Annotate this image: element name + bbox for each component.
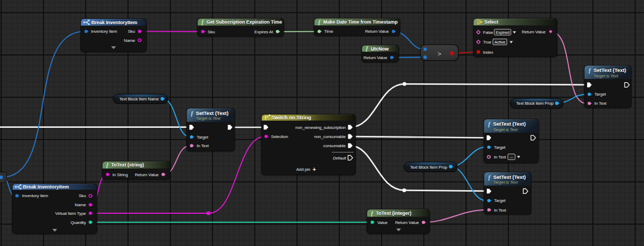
svg-text:Index: Index (483, 50, 493, 55)
svg-text:Target: Target (494, 145, 506, 150)
svg-text:Return Value: Return Value (363, 55, 387, 60)
svg-text:Quantity: Quantity (70, 220, 86, 225)
svg-text:Target: Target (595, 92, 606, 97)
svg-text:In Text: In Text (494, 155, 506, 160)
svg-text:Name: Name (124, 38, 135, 43)
svg-text:Inventory Item: Inventory Item (91, 29, 118, 34)
svg-text:Target: Target (196, 135, 208, 140)
svg-text:ƒ: ƒ (488, 121, 491, 128)
svg-text:In Text: In Text (595, 101, 607, 106)
svg-text:Name: Name (75, 202, 86, 207)
svg-text:>: > (437, 50, 441, 57)
svg-text:Break InventoryItem: Break InventoryItem (91, 20, 137, 25)
svg-text:Sku: Sku (208, 30, 215, 34)
svg-text:Return Value: Return Value (135, 172, 159, 177)
svg-text:ƒ: ƒ (201, 19, 204, 26)
svg-text:Expires At: Expires At (254, 30, 273, 34)
svg-text:ƒ: ƒ (106, 162, 109, 169)
svg-text:ƒ: ƒ (488, 174, 491, 181)
svg-text:Virtual Item Type: Virtual Item Type (55, 211, 86, 216)
svg-text:Target is Text: Target is Text (493, 127, 518, 132)
svg-text:Target is Text: Target is Text (493, 180, 518, 185)
svg-text:Expired: Expired (496, 30, 510, 35)
svg-text:Sku: Sku (79, 193, 86, 198)
svg-text:ƒ: ƒ (371, 210, 374, 217)
svg-text:Text Block Item Name: Text Block Item Name (119, 97, 159, 102)
svg-text:+: + (313, 166, 316, 172)
svg-text:ƒ: ƒ (191, 110, 194, 117)
svg-text:Target is Text: Target is Text (196, 116, 221, 121)
svg-text:Selection: Selection (271, 134, 288, 139)
svg-text:Text Block Item Prop: Text Block Item Prop (516, 101, 554, 106)
svg-text:Switch on String: Switch on String (272, 114, 311, 120)
svg-text:False: False (483, 30, 494, 35)
svg-text:Select: Select (484, 19, 498, 25)
svg-text:Return Value: Return Value (365, 29, 389, 34)
svg-text:Default: Default (333, 156, 346, 161)
svg-text:Get Subscription Expiration Ti: Get Subscription Expiration Time (207, 19, 282, 25)
svg-text:Inventory Item: Inventory Item (22, 193, 48, 198)
svg-text:SetText (Text): SetText (Text) (196, 110, 229, 116)
svg-text:ƒ: ƒ (365, 45, 369, 52)
svg-text:In String: In String (113, 172, 128, 177)
svg-text:ToText (integer): ToText (integer) (376, 211, 412, 216)
svg-text:SetText (Text): SetText (Text) (493, 174, 526, 180)
svg-text:ƒ: ƒ (588, 67, 591, 74)
svg-text:--: -- (510, 155, 513, 160)
svg-text:Active: Active (494, 40, 506, 45)
svg-text:Target is Text: Target is Text (594, 74, 618, 78)
svg-text:ToText (string): ToText (string) (111, 162, 144, 168)
svg-text:Value: Value (377, 220, 388, 225)
svg-text:In Text: In Text (196, 143, 209, 148)
svg-text:Target: Target (494, 198, 506, 203)
svg-text:Time: Time (324, 29, 334, 34)
svg-text:ƒ: ƒ (318, 19, 321, 26)
svg-text:consumable: consumable (323, 143, 346, 148)
svg-text:True: True (483, 40, 492, 45)
svg-text:UtcNow: UtcNow (371, 46, 389, 52)
svg-text:SetText (Text): SetText (Text) (493, 121, 526, 127)
svg-text:SetText (Text): SetText (Text) (594, 67, 626, 73)
svg-text:non_consumable: non_consumable (314, 134, 346, 139)
svg-text:Return Value: Return Value (395, 220, 419, 225)
svg-text:Text Block Item Prop: Text Block Item Prop (410, 165, 448, 170)
svg-text:Make Date Time from Timestamp: Make Date Time from Timestamp (323, 19, 398, 25)
svg-text:non_renewing_subscription: non_renewing_subscription (295, 125, 346, 130)
svg-text:Break InventoryItem: Break InventoryItem (23, 184, 69, 190)
svg-text:Add pin: Add pin (296, 167, 310, 172)
svg-text:In Text: In Text (494, 208, 507, 213)
svg-text:Return Value: Return Value (522, 30, 546, 34)
svg-text:Sku: Sku (128, 29, 135, 34)
